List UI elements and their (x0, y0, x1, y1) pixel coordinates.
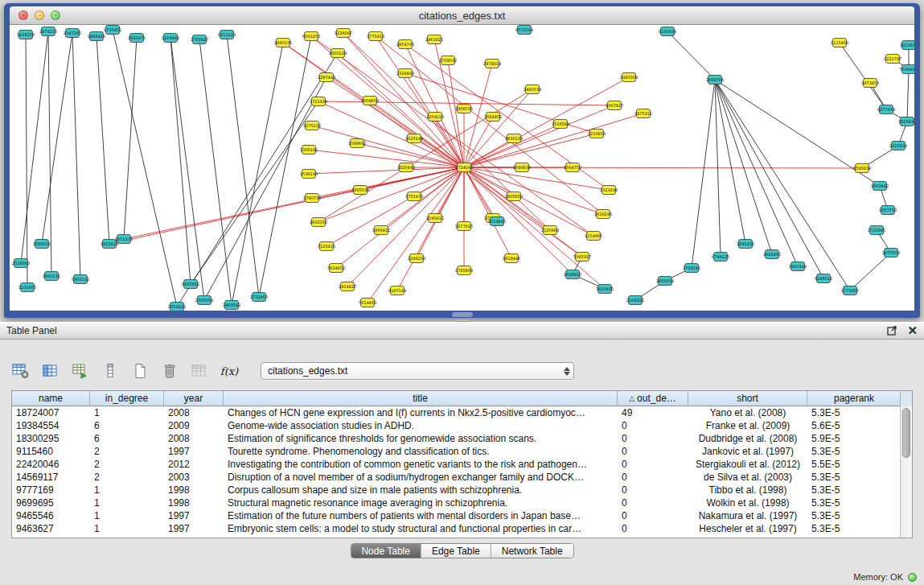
graph-node[interactable]: 1598662 (348, 139, 366, 148)
graph-node[interactable]: 1773455 (841, 286, 859, 295)
close-panel-icon[interactable]: ✕ (907, 325, 918, 336)
graph-node[interactable]: 2651335 (115, 235, 133, 244)
float-panel-icon[interactable] (887, 326, 897, 336)
graph-node[interactable]: 1536143 (300, 170, 318, 179)
graph-node[interactable]: 1735451 (104, 26, 121, 35)
table-scrollbar[interactable] (900, 406, 912, 538)
graph-node[interactable]: 1275212 (303, 122, 321, 130)
graph-node[interactable]: 1820475 (128, 34, 146, 43)
graph-node[interactable]: 1790733 (303, 194, 321, 203)
graph-node[interactable]: 1956412 (372, 226, 390, 235)
graph-node[interactable]: 1978814 (483, 60, 501, 68)
graph-node[interactable]: 2356054 (195, 296, 213, 305)
graph-node[interactable]: 6799125 (712, 253, 729, 262)
window-zoom-button[interactable]: + (51, 10, 60, 20)
table-row[interactable]: 977716911998Corpus callosum shape and si… (12, 484, 912, 496)
graph-node[interactable]: 1321648 (600, 186, 618, 195)
merge-table-icon[interactable] (190, 362, 209, 380)
network-table-select[interactable]: citations_edges.txt (261, 362, 574, 380)
column-header-pagerank[interactable]: pagerank (807, 391, 901, 406)
delete-table-icon[interactable] (160, 362, 179, 380)
graph-node[interactable]: 1609334 (656, 277, 674, 286)
graph-node[interactable]: 1415434 (889, 142, 907, 150)
window-titlebar[interactable]: × − + citations_edges.txt (10, 6, 914, 25)
graph-node[interactable]: 1246233 (408, 254, 425, 263)
table-row[interactable]: 911546021997Tourette syndrome. Phenomeno… (12, 445, 912, 458)
graph-node[interactable]: 1830129 (505, 134, 523, 143)
graph-node[interactable]: 1604659 (361, 97, 379, 105)
graph-node[interactable]: 1120468 (541, 226, 559, 235)
window-resize-grip[interactable] (452, 312, 473, 317)
graph-node[interactable]: 2054321 (168, 303, 186, 311)
graph-node[interactable]: 1973453 (861, 79, 879, 88)
graph-node[interactable]: 1664784 (706, 76, 724, 84)
network-canvas[interactable]: 1724046169063418301291582452195653612041… (10, 25, 914, 311)
column-header-title[interactable]: title (224, 391, 618, 406)
graph-node[interactable]: 6601253 (302, 32, 320, 41)
graph-node[interactable]: 8130434 (659, 27, 676, 36)
table-row[interactable]: 2242004622012Investigating the contribut… (12, 458, 912, 471)
graph-node[interactable]: 1841531 (43, 272, 60, 281)
tab-node-table[interactable]: Node Table (351, 544, 421, 558)
graph-node[interactable]: 1057733 (879, 206, 897, 215)
column-header-year[interactable]: year (164, 391, 224, 406)
table-row[interactable]: 946554611997Estimation of the future num… (12, 509, 912, 522)
graph-node[interactable]: 1805659 (505, 192, 523, 201)
graph-node[interactable]: 1721434 (310, 97, 327, 106)
graph-node[interactable]: 1785804 (455, 266, 473, 275)
tab-network-table[interactable]: Network Table (491, 544, 573, 558)
graph-node[interactable]: 8411123 (218, 31, 236, 39)
graph-node[interactable]: 1755427 (191, 35, 208, 44)
graph-node[interactable]: 1813634 (900, 41, 914, 50)
graph-node[interactable]: 1603442 (871, 182, 889, 191)
graph-node[interactable]: 9245012 (815, 274, 832, 283)
graph-node[interactable]: 1874216 (39, 27, 57, 36)
window-close-button[interactable]: × (18, 10, 28, 20)
window-minimize-button[interactable]: − (35, 10, 44, 20)
graph-node[interactable]: 1461825 (425, 35, 443, 44)
graph-node[interactable]: 1480539 (524, 85, 541, 94)
graph-node[interactable]: 1688923 (564, 270, 581, 279)
graph-node[interactable]: 1154965 (585, 232, 602, 241)
graph-node[interactable]: 9187144 (388, 286, 406, 295)
graph-node[interactable]: 5095327 (573, 253, 591, 262)
column-icon[interactable] (101, 362, 120, 380)
network-view[interactable]: 1724046169063418301291582452195653612041… (10, 25, 914, 311)
graph-node[interactable]: 1195412 (426, 214, 444, 223)
scrollbar-thumb[interactable] (902, 408, 910, 458)
graph-node[interactable]: 9277434 (877, 105, 895, 114)
graph-node[interactable]: 7634652 (327, 264, 345, 273)
graph-node[interactable]: 1582452 (484, 113, 502, 122)
import-table-icon[interactable] (71, 362, 90, 380)
graph-node[interactable]: 1692455 (763, 250, 781, 259)
graph-node[interactable]: 1226087 (335, 29, 352, 38)
graph-node[interactable]: 1820442 (397, 163, 415, 172)
graph-node[interactable]: 1903542 (223, 301, 240, 310)
graph-node[interactable]: 1825834 (898, 117, 914, 126)
graph-node[interactable]: 1516583 (552, 120, 569, 129)
graph-node[interactable]: 1209442 (162, 34, 179, 43)
graph-node[interactable]: 5905132 (72, 275, 89, 284)
graph-node[interactable]: 1616246 (594, 210, 612, 219)
function-builder-icon[interactable]: f(x) (220, 362, 239, 380)
graph-node[interactable]: 1485309 (620, 73, 638, 82)
graph-node[interactable]: 1115408 (831, 39, 848, 47)
graph-node[interactable]: 1221797 (884, 55, 901, 64)
graph-node[interactable]: 1064752 (564, 163, 581, 172)
table-row[interactable]: 946362711997Embryonic stem cells: a mode… (12, 522, 912, 535)
new-document-icon[interactable] (130, 362, 150, 380)
graph-node[interactable]: 1619446 (503, 254, 520, 263)
column-header-out_de[interactable]: △out_de… (618, 391, 688, 406)
graph-node[interactable]: 1216856 (588, 130, 606, 138)
graph-node[interactable]: 1956536 (455, 105, 473, 113)
graph-node[interactable]: 1101455 (18, 283, 36, 292)
graph-node[interactable]: 1287443 (318, 73, 335, 82)
graph-node[interactable]: 1600124 (329, 49, 347, 58)
graph-node[interactable]: 1891432 (737, 240, 754, 249)
graph-node[interactable]: 9455652 (182, 280, 199, 289)
graph-node[interactable]: 7125416 (318, 242, 335, 251)
column-header-in_degree[interactable]: in_degree (90, 391, 164, 406)
graph-node[interactable]: 1775414 (367, 32, 384, 41)
graph-node[interactable]: 1709532 (439, 56, 457, 65)
table-row[interactable]: 1456911722003Disruption of a novel membe… (12, 471, 912, 484)
